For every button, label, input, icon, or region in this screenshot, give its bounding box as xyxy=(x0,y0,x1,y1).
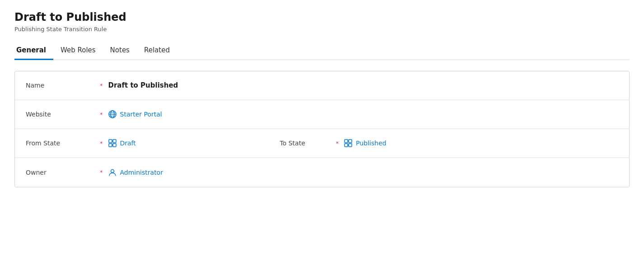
from-state-label: From State xyxy=(26,139,98,147)
website-value-container: Starter Portal xyxy=(108,110,619,118)
website-link[interactable]: Starter Portal xyxy=(120,111,162,118)
to-state-label: To State xyxy=(280,139,334,147)
page-title: Draft to Published xyxy=(14,11,630,24)
from-state-icon xyxy=(108,139,117,147)
to-state-value-container: Published xyxy=(344,139,618,147)
svg-rect-13 xyxy=(345,144,348,147)
page-subtitle: Publishing State Transition Rule xyxy=(14,26,630,33)
globe-icon xyxy=(108,110,117,118)
name-required: * xyxy=(100,82,103,89)
tab-general[interactable]: General xyxy=(14,42,53,60)
state-row: From State * Draft To State * xyxy=(15,129,629,158)
website-label: Website xyxy=(26,111,98,118)
name-label: Name xyxy=(26,82,98,89)
tab-web-roles[interactable]: Web Roles xyxy=(53,42,103,60)
to-state-link[interactable]: Published xyxy=(356,139,386,147)
from-state-required: * xyxy=(100,140,103,147)
svg-rect-7 xyxy=(109,144,112,147)
owner-row: Owner * Administrator xyxy=(15,158,629,187)
owner-value-container: Administrator xyxy=(108,168,619,177)
svg-rect-8 xyxy=(113,144,116,147)
svg-rect-6 xyxy=(113,139,116,143)
owner-required: * xyxy=(100,169,103,176)
website-required: * xyxy=(100,111,103,118)
from-state-link[interactable]: Draft xyxy=(120,139,136,147)
svg-rect-5 xyxy=(109,139,112,143)
svg-rect-12 xyxy=(349,139,352,143)
svg-point-17 xyxy=(111,169,114,172)
owner-label: Owner xyxy=(26,169,98,176)
name-value: Draft to Published xyxy=(108,81,619,89)
owner-link[interactable]: Administrator xyxy=(120,169,163,176)
from-state-value-container: Draft xyxy=(108,139,280,147)
tab-related[interactable]: Related xyxy=(137,42,177,60)
to-state-required: * xyxy=(336,140,339,147)
svg-rect-14 xyxy=(349,144,352,147)
tab-notes[interactable]: Notes xyxy=(103,42,137,60)
website-row: Website * Starter Portal xyxy=(15,100,629,129)
form-card: Name * Draft to Published Website * Star… xyxy=(14,71,630,187)
to-state-icon xyxy=(344,139,352,147)
person-icon xyxy=(108,168,117,177)
name-row: Name * Draft to Published xyxy=(15,71,629,100)
svg-rect-11 xyxy=(345,139,348,143)
tab-navigation: General Web Roles Notes Related xyxy=(14,42,630,60)
